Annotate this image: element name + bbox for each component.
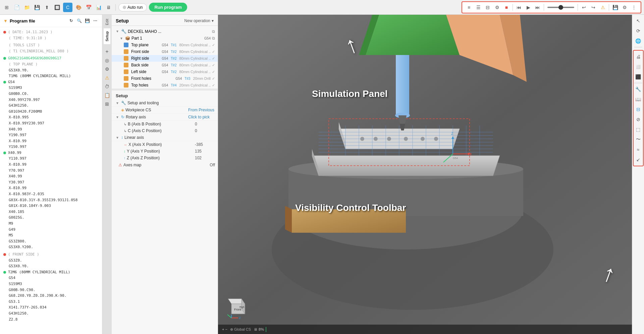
part-name: Part 1 (131, 36, 202, 41)
rotary-axis-row[interactable]: ▼ ↻ Rotary axis Click to pick (112, 114, 218, 121)
table-icon[interactable]: ⊟ (634, 105, 643, 114)
stop-icon[interactable]: ■ (502, 3, 511, 11)
setup-tooling-row[interactable]: ▼ 🔧 Setup and tooling (112, 100, 218, 107)
axis-x-value: -385 (195, 142, 215, 147)
monitor-icon[interactable]: 🖥 (105, 3, 113, 11)
view-cube[interactable]: Front Righ Z (225, 294, 252, 321)
pointer-icon[interactable]: ↖ (634, 16, 643, 25)
hamburger-icon[interactable]: ≡ (465, 3, 473, 11)
edit-tab[interactable]: Edit (104, 16, 110, 28)
check-frontholes[interactable]: ✓ (212, 76, 215, 81)
op-backside[interactable]: Back side G54 T#2 80mm Cylindrical .. ✓ (112, 62, 218, 68)
skip-forward-icon[interactable]: ⏭ (534, 3, 542, 11)
setup-tab[interactable]: Setup (104, 29, 110, 44)
svg-text:Righ: Righ (239, 306, 245, 309)
book-icon[interactable]: 📖 (634, 95, 643, 104)
palette-icon[interactable]: 🎨 (74, 3, 83, 11)
files-icon[interactable]: 📄 (13, 3, 21, 11)
axis-c-indent: ↳ (124, 129, 126, 133)
save-icon[interactable]: 💾 (33, 3, 41, 11)
wave2-icon[interactable]: ≈ (634, 145, 643, 154)
axis-y-row[interactable]: ↕ Y (Axis Y Position) 135 (112, 148, 218, 155)
axis-x-row[interactable]: ↔ X (Axis X Position) -385 (112, 141, 218, 148)
teal-cube-icon[interactable]: ⬛ (634, 72, 643, 81)
op-frontholes[interactable]: Front holes G54 T#3 20mm Drill ✓ (112, 75, 218, 82)
grid2-icon[interactable]: ⊞ (103, 100, 111, 108)
machine-item[interactable]: ▼ 🔧 DECKEL MAHO ... ⧉ (112, 28, 218, 35)
plus-icon[interactable]: + (103, 48, 111, 56)
hatch-icon[interactable]: ⊘ (634, 115, 643, 124)
upload-icon[interactable]: ⬆ (43, 3, 51, 11)
more-program-icon[interactable]: ⋯ (92, 17, 99, 24)
linear-axis-row[interactable]: ▼ ↕ Linear axis (112, 134, 218, 141)
check-rightside[interactable]: ✓ (212, 56, 215, 61)
chart-icon[interactable]: 📊 (95, 3, 103, 11)
run-program-button[interactable]: Run program (149, 3, 187, 12)
settings2-icon[interactable]: ⚙ (621, 3, 629, 11)
copy-icon[interactable]: ⧉ (212, 29, 215, 34)
settings3-icon[interactable]: ⚙ (103, 65, 111, 73)
list-icon[interactable]: ☰ (474, 3, 482, 11)
part-item[interactable]: ▼ 📦 Part 1 G54 ⧉ (112, 35, 218, 42)
prev-icon[interactable]: ↩ (580, 3, 588, 11)
check-leftside[interactable]: ✓ (212, 70, 215, 74)
refresh-icon[interactable]: ↻ (68, 17, 74, 24)
search-icon[interactable]: 🔍 (76, 17, 83, 24)
target-icon[interactable]: ◎ (103, 56, 111, 64)
part-cs: G54 (204, 37, 211, 40)
columns-icon[interactable]: ⊟ (484, 3, 492, 11)
op-frontholes-name: Front holes (131, 76, 173, 81)
speed-slider[interactable] (547, 7, 574, 8)
op-rightside-icon (124, 56, 128, 61)
check-topholes[interactable]: ✓ (212, 83, 215, 88)
grid-icon[interactable]: ⊞ (3, 3, 11, 11)
warning-icon[interactable]: ⚠ (599, 3, 607, 11)
autorun-button[interactable]: Auto run (118, 3, 147, 11)
note-icon[interactable]: 📋 (103, 91, 111, 99)
workpiece-cs-row[interactable]: ◈ Workpiece CS From Previous (112, 107, 218, 114)
next-icon[interactable]: ↪ (589, 3, 597, 11)
wrench-icon[interactable]: 🔧 (634, 85, 643, 94)
op-topholes[interactable]: Top holes G54 T#4 20mm Cylindrical .. ✓ (112, 82, 218, 89)
check-backside[interactable]: ✓ (212, 63, 215, 67)
print-icon[interactable]: 🖨 (634, 52, 643, 61)
more-icon[interactable]: ⋮ (630, 3, 638, 11)
save-program-icon[interactable]: 💾 (84, 17, 91, 24)
op-topplane[interactable]: Top plane G54 T#1 80mm Cylindrical .. ✓ (112, 42, 218, 48)
axis-c-row[interactable]: ↳ C (Axis C Position) 0 (112, 127, 218, 134)
op-topholes-icon (124, 83, 128, 88)
workpiece-cs-value[interactable]: From Previous (188, 108, 215, 112)
op-rightside[interactable]: Right side G54 T#2 80mm Cylindrical .. ✓ (112, 55, 218, 62)
save2-icon[interactable]: 💾 (611, 3, 619, 11)
gear-icon[interactable]: ⚙ (493, 3, 501, 11)
axis-b-row[interactable]: ↳ B (Axis B Position) 0 (112, 121, 218, 127)
main-area: ▼ Program file ↻ 🔍 💾 ⋯ ( DATE: 14.11.202… (0, 15, 644, 334)
code-editor[interactable]: ( DATE: 14.11.2023 ) ( TIME: 9:31:10 ) (… (0, 27, 102, 334)
check-frontside[interactable]: ✓ (212, 50, 215, 54)
viewport[interactable]: X Z G54 Simulation Panel Visibility Cont… (218, 15, 632, 334)
orbit-icon[interactable]: ⟳ (634, 26, 643, 36)
check-topplane[interactable]: ✓ (212, 43, 215, 47)
return-icon[interactable]: ↙ (634, 155, 643, 164)
clock-icon[interactable]: ⏱ (103, 82, 111, 91)
zoom-controls[interactable]: + − (222, 327, 227, 331)
print2-icon[interactable]: ⬜ (634, 62, 643, 71)
view-icon[interactable]: 🔲 (53, 3, 61, 11)
wave-icon[interactable]: 〜 (634, 135, 643, 144)
op-leftside[interactable]: Left side G54 T#2 80mm Cylindrical .. ✓ (112, 68, 218, 75)
axes-map-row[interactable]: ⚠ Axes map Off (112, 161, 218, 169)
new-operation-button[interactable]: New operation ▾ (184, 18, 214, 23)
warning2-icon[interactable]: ⚠ (103, 74, 111, 82)
part-copy-icon[interactable]: ⧉ (212, 36, 215, 41)
axis-z-row[interactable]: ↑ Z (Axis Z Position) 102 (112, 155, 218, 161)
folder-icon[interactable]: 📁 (23, 3, 31, 11)
globe-icon[interactable]: 🌐 (634, 36, 643, 46)
calendar-icon[interactable]: 📅 (85, 3, 93, 11)
cam-icon[interactable]: C (63, 3, 72, 12)
play-icon[interactable]: ▶ (524, 3, 532, 11)
layers-icon[interactable]: ⬚ (634, 125, 643, 134)
op-frontside[interactable]: Front side G54 T#2 80mm Cylindrical .. ✓ (112, 48, 218, 55)
toolbar-right: ≡ ☰ ⊟ ⚙ ■ ⏮ ▶ ⏭ ↩ ↪ ⚠ 💾 ⚙ ⋮ (462, 1, 641, 13)
skip-back-icon[interactable]: ⏮ (515, 3, 523, 11)
rotary-axis-value[interactable]: Click to pick (188, 115, 215, 119)
